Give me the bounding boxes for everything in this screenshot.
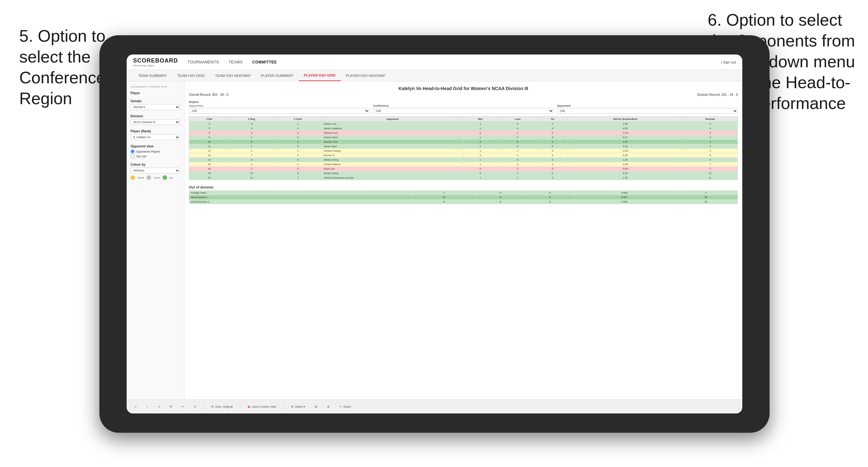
region-filter: Region Opponents: (All) (189, 100, 370, 114)
separator-1 (204, 404, 204, 410)
col-loss: Loss (498, 117, 538, 122)
nav-items: TOURNAMENTS TEAMS COMMITTEE (188, 59, 721, 66)
col-win: Win (463, 117, 497, 122)
division-record: Division Record: 331 - 34 - 6 (697, 93, 738, 96)
color-dot-up (162, 175, 167, 180)
table-row: 16 3 4 Jessica Mason 1 2 0 -0.94 7 (189, 162, 738, 167)
eye-icon: 👁 (211, 405, 214, 408)
out-table-row: NCAA Division 2 5 0 0 7.400 10 (189, 200, 738, 204)
table-row: 10 6 3 Andrea York 2 0 0 4.00 4 (189, 140, 738, 144)
opponents-label: Opponents: (189, 104, 370, 107)
tab-player-summary[interactable]: PLAYER SUMMARY (256, 70, 299, 81)
page-title: Katelyn Vo Head-to-Head Grid for Women's… (189, 86, 738, 91)
col-rounds: Rounds (683, 117, 738, 122)
separator-3 (283, 404, 284, 410)
player-rank-select[interactable]: 8. Katelyn Vo (130, 134, 180, 140)
sub-navigation: TEAM SUMMARY TEAM H2H GRID TEAM H2H HEAT… (127, 70, 742, 82)
view-original-label: View: Original (215, 405, 233, 408)
bookmark-icon: 🔖 (247, 405, 251, 408)
tab-team-h2h-grid[interactable]: TEAM H2H GRID (172, 70, 210, 81)
colour-by-section: Colour by Win/loss Down Level Up (130, 163, 180, 180)
tab-team-h2h-heatmap[interactable]: TEAM H2H HEATMAP (210, 70, 256, 81)
col-tie: Tie (537, 117, 567, 122)
watch-label: Watch ▾ (295, 405, 306, 408)
division-section: Division NCAA Division III (130, 115, 180, 125)
top-navigation: SCOREBOARD Powered by clippd TOURNAMENTS… (127, 55, 742, 70)
redo-small[interactable]: ↕ (144, 404, 151, 410)
division-label: Division (130, 115, 180, 118)
conference-select[interactable]: (All) (373, 108, 554, 114)
player-section: Player (130, 91, 180, 95)
table-row: 3 3 1 Esther Lee 1 0 0 1.50 4 (189, 122, 738, 126)
logo-sub: Powered by clippd (133, 64, 178, 67)
tab-player-h2h-heatmap[interactable]: PLAYER H2H HEATMAP (341, 70, 391, 81)
save-custom-label: Save Custom View (252, 405, 276, 408)
col-div: # Div (189, 117, 229, 122)
conference-label: Conference (373, 104, 554, 107)
tab-team-summary[interactable]: TEAM SUMMARY (133, 70, 172, 81)
table-row: 13 1 1 Jessica Huang 1 1 0 -3.00 2 (189, 149, 738, 153)
share-label: Share (343, 405, 351, 408)
share-button[interactable]: ↗ Share (337, 404, 353, 410)
undo-button[interactable]: ↩ (132, 404, 140, 410)
main-data-table: # Div # Reg # Conf Opponent Win Loss Tie… (189, 116, 738, 180)
main-content: Last Updated: 27/03/2024 10:34 Player Ge… (127, 82, 742, 399)
table-row: 5 2 2 Alexis Sudjianto 1 0 0 4.00 3 (189, 126, 738, 131)
watch-button[interactable]: 👁 Watch ▾ (288, 404, 308, 410)
color-label-down: Down (137, 176, 144, 179)
gender-label: Gender (130, 99, 180, 103)
tab-player-h2h-grid[interactable]: PLAYER H2H GRID (299, 70, 341, 81)
colour-by-label: Colour by (130, 163, 180, 166)
opponent-select[interactable]: (All) (557, 108, 738, 114)
nav-tournaments[interactable]: TOURNAMENTS (188, 59, 219, 66)
settings-button[interactable]: ⚙ (324, 404, 332, 410)
player-rank-section: Player (Rank) 8. Katelyn Vo (130, 129, 180, 140)
out-table-row: Foreign Team 1 0 0 4.500 2 (189, 191, 738, 195)
overall-record: Overall Record: 353 - 34 - 6 (189, 93, 228, 96)
out-of-division-header: Out of division (189, 185, 738, 189)
left-panel: Last Updated: 27/03/2024 10:34 Player Ge… (127, 82, 184, 399)
color-legend: Down Level Up (130, 175, 180, 180)
colour-by-select[interactable]: Win/loss (130, 168, 180, 174)
separator-2 (240, 404, 240, 410)
opponent-label: Opponent (557, 104, 738, 107)
cut-button[interactable]: ✂ (179, 404, 187, 410)
out-table-row: NAIA Division 1 15 0 0 9.267 30 (189, 195, 738, 200)
table-row: 20 11 7 Federica Domecq Lacroze 2 1 0 1.… (189, 176, 738, 180)
player-label: Player (130, 91, 180, 95)
table-row: 6 3 3 Sydney Kuo 0 1 0 -1.00 3 (189, 131, 738, 135)
opponent-view-label: Opponent view (130, 145, 180, 148)
logo-text: SCOREBOARD (133, 57, 178, 64)
out-of-division-table: Foreign Team 1 0 0 4.500 2 NAIA Division… (189, 190, 738, 204)
watch-icon: 👁 (291, 405, 294, 408)
share-icon: ↗ (339, 405, 342, 408)
division-select[interactable]: NCAA Division III (130, 119, 180, 125)
radio-top-100[interactable]: Top 100 (130, 154, 180, 158)
sign-out[interactable]: | Sign out (721, 60, 736, 64)
col-conf: # Conf (274, 117, 322, 122)
records-row: Overall Record: 353 - 34 - 6 Division Re… (189, 93, 738, 96)
col-diff: Diff Av Strokes/Rnd (567, 117, 683, 122)
table-row: 18 2 2 Euna Lee 0 2 0 -5.00 2 (189, 167, 738, 171)
nav-teams[interactable]: TEAMS (228, 59, 243, 66)
table-row: 11 2 5 Heejo Hyun 1 0 0 3.33 3 (189, 144, 738, 149)
region-select[interactable]: (All) (189, 108, 370, 114)
color-label-up: Up (169, 176, 173, 179)
col-opponent: Opponent (322, 117, 463, 122)
save-custom-button[interactable]: 🔖 Save Custom View (245, 404, 279, 410)
table-row: 9 1 4 Sharon Mun 1 0 0 3.67 3 (189, 135, 738, 140)
layout-button[interactable]: ⊞ (312, 404, 320, 410)
gender-select[interactable]: Women's (130, 104, 180, 110)
tablet-device: SCOREBOARD Powered by clippd TOURNAMENTS… (99, 35, 770, 433)
col-reg: # Reg (229, 117, 274, 122)
table-row: 19 10 6 Emily Chang 4 1 0 0.30 11 (189, 171, 738, 176)
copy-button[interactable]: ⧉ (167, 404, 175, 410)
view-original-button[interactable]: 👁 View: Original (209, 404, 235, 410)
radio-opponents-played[interactable]: Opponents Played (130, 149, 180, 154)
nav-committee[interactable]: COMMITTEE (252, 59, 277, 66)
redo-button[interactable]: ↪ (155, 404, 163, 410)
table-row: 15 8 5 Stella Cheng 1 0 0 1.25 4 (189, 158, 738, 162)
region-label: Region (189, 100, 370, 103)
tablet-screen: SCOREBOARD Powered by clippd TOURNAMENTS… (127, 55, 742, 413)
clock-button[interactable]: ⏱ (191, 404, 199, 410)
